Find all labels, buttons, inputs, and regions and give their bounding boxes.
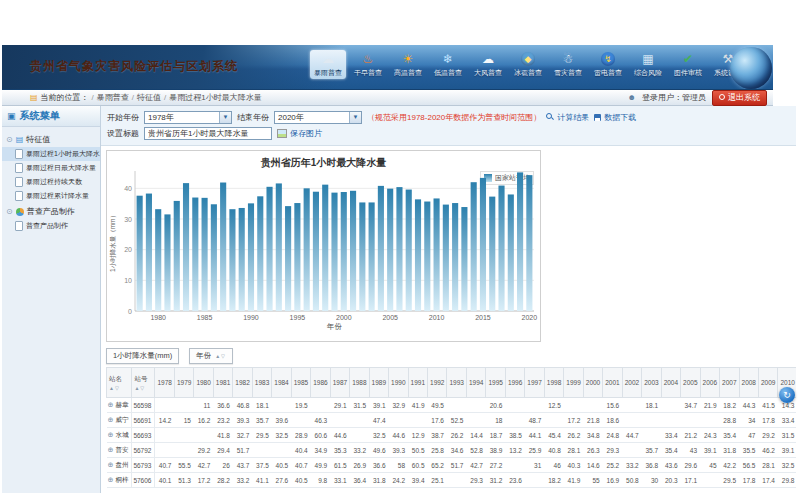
year-column-header[interactable]: 1995 [486,368,505,398]
year-column-header[interactable]: 1996 [505,368,524,398]
year-column-header[interactable]: 1983 [252,368,271,398]
value-cell: 26 [213,458,232,473]
sidebar-item[interactable]: 暴雨过程累计降水量 [2,189,100,203]
nav-item-heat[interactable]: ☀高温普查 [390,50,426,79]
breadcrumb-item[interactable]: 暴雨普查 [97,93,129,102]
sort-arrows-icon: ▲▽ [109,385,120,391]
chart-bar [137,196,143,311]
column-header-站名[interactable]: 站名 ▲▽ [107,368,132,398]
year-column-header[interactable]: 1988 [350,368,369,398]
nav-item-cold[interactable]: ❄低温普查 [430,50,466,79]
sidebar-item[interactable]: 普查产品制作 [2,219,100,233]
value-cell: 18.6 [603,413,622,428]
breadcrumb-item[interactable]: 特征值 [137,93,161,102]
year-column-header[interactable]: 1992 [428,368,447,398]
value-cell [252,443,271,458]
start-year-select[interactable]: 1978年 ▼ [144,111,232,124]
year-column-header[interactable]: 1985 [291,368,310,398]
value-cell [408,413,427,428]
nav-item-snow[interactable]: ☃雪灾普查 [550,50,586,79]
row-expand-icon[interactable]: ⊕ [108,401,114,408]
year-column-header[interactable]: 1990 [389,368,408,398]
value-cell: 51.7 [233,443,252,458]
save-image-button[interactable]: 保存图片 [277,128,322,139]
chart-bar [498,186,504,311]
calculate-button[interactable]: 计算结果 [546,112,589,123]
year-column-header[interactable]: 2006 [700,368,719,398]
sidebar-group-1[interactable]: ⊙普查产品制作 [2,203,100,219]
value-cell: 16.9 [603,473,622,488]
value-cell: 17.1 [681,473,700,488]
year-column-header[interactable]: 2008 [739,368,758,398]
value-cell: 17.2 [194,473,213,488]
nav-item-rainstorm[interactable]: ☁暴雨普查 [310,50,346,79]
year-column-header[interactable]: 1999 [564,368,583,398]
year-column-header[interactable]: 2003 [642,368,661,398]
year-column-header[interactable]: 1981 [213,368,232,398]
nav-item-drought[interactable]: ♨干旱普查 [350,50,386,79]
row-expand-icon[interactable]: ⊕ [108,476,114,483]
chevron-down-icon[interactable]: ▼ [219,112,231,123]
year-column-header[interactable]: 1986 [311,368,330,398]
row-expand-icon[interactable]: ⊕ [108,461,114,468]
sidebar-item[interactable]: 暴雨过程1小时最大降水量 [2,147,100,161]
value-field-chip[interactable]: 1小时降水量(mm) [106,348,179,364]
column-field-chip[interactable]: 年份 ▲▽ [189,348,233,364]
svg-text:10: 10 [124,277,132,284]
year-column-header[interactable]: 2007 [720,368,739,398]
year-column-header[interactable]: 1997 [525,368,544,398]
row-expand-icon[interactable]: ⊕ [108,446,114,453]
nav-item-audit[interactable]: ✔图件审核 [670,50,706,79]
value-cell [389,413,408,428]
sidebar-item[interactable]: 暴雨过程日最大降水量 [2,161,100,175]
sidebar-group-label: 特征值 [26,134,50,145]
value-cell: 29.4 [213,443,232,458]
sidebar-item[interactable]: 暴雨过程持续天数 [2,175,100,189]
value-cell [350,428,369,443]
column-header-站号[interactable]: 站号 ▲▽ [132,368,155,398]
chart-title-input[interactable] [144,127,272,140]
row-expand-icon[interactable]: ⊕ [108,416,114,423]
value-cell: 24.2 [389,473,408,488]
nav-item-label: 干旱普查 [354,68,382,78]
floating-widget[interactable]: ↻ [779,387,795,403]
end-year-select[interactable]: 2020年 ▼ [274,111,362,124]
nav-item-risk[interactable]: ▦综合风险 [630,50,666,79]
year-column-header[interactable]: 1980 [194,368,213,398]
year-column-header[interactable]: 1978 [155,368,174,398]
svg-text:1995: 1995 [290,314,306,321]
year-column-header[interactable]: 1998 [544,368,563,398]
search-icon [546,113,554,121]
logout-button[interactable]: 退出系统 [712,90,767,106]
value-cell [505,458,524,473]
year-column-header[interactable]: 2009 [758,368,777,398]
tree-expand-icon[interactable]: ⊙ [6,208,13,216]
year-column-header[interactable]: 1984 [272,368,291,398]
year-column-header[interactable]: 1982 [233,368,252,398]
year-column-header[interactable]: 1987 [330,368,349,398]
year-column-header[interactable]: 2005 [681,368,700,398]
year-column-header[interactable]: 1994 [466,368,485,398]
pivot-field-chips: 1小时降水量(mm) 年份 ▲▽ [106,348,796,364]
chevron-down-icon[interactable]: ▼ [349,112,361,123]
year-column-header[interactable]: 1979 [174,368,193,398]
year-column-header[interactable]: 2000 [583,368,602,398]
tree-expand-icon[interactable]: ⊙ [6,136,13,144]
year-column-header[interactable]: 1993 [447,368,466,398]
value-cell [466,398,485,413]
year-column-header[interactable]: 1991 [408,368,427,398]
value-cell: 18.1 [252,398,271,413]
breadcrumb-item[interactable]: 暴雨过程1小时最大降水量 [169,93,261,102]
nav-item-lightning[interactable]: ↯雷电普查 [590,50,626,79]
year-column-header[interactable]: 2001 [603,368,622,398]
year-column-header[interactable]: 2004 [661,368,680,398]
chart-bar [508,194,514,311]
sidebar-group-0[interactable]: ⊙▤特征值 [2,131,100,147]
year-column-header[interactable]: 2002 [622,368,641,398]
nav-item-hail[interactable]: ◆冰雹普查 [510,50,546,79]
value-cell: 28.1 [758,458,777,473]
year-column-header[interactable]: 1989 [369,368,388,398]
row-expand-icon[interactable]: ⊕ [108,431,114,438]
nav-item-wind[interactable]: ☁大风普查 [470,50,506,79]
data-download-button[interactable]: 数据下载 [594,112,636,123]
